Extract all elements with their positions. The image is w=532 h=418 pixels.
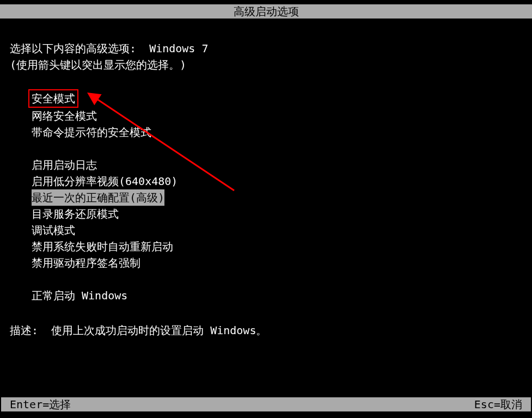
menu-item-disable-auto-restart[interactable]: 禁用系统失败时自动重新启动 <box>32 238 173 255</box>
footer-esc-hint: Esc=取消 <box>474 397 522 411</box>
footer-enter-hint: Enter=选择 <box>10 397 71 411</box>
intro-line-2: (使用箭头键以突出显示您的选择。) <box>10 57 522 73</box>
intro-prefix: 选择以下内容的高级选项: <box>10 42 149 55</box>
menu-item-low-res-video[interactable]: 启用低分辨率视频(640x480) <box>32 173 178 189</box>
menu-item-disable-driver-sig[interactable]: 禁用驱动程序签名强制 <box>32 255 140 271</box>
menu-spacer <box>32 140 522 157</box>
page-title: 高级启动选项 <box>234 5 299 18</box>
menu-item-boot-logging[interactable]: 启用启动日志 <box>32 157 97 173</box>
menu-item-ds-restore[interactable]: 目录服务还原模式 <box>32 206 119 222</box>
title-bar: 高级启动选项 <box>0 4 532 19</box>
menu-item-last-known-good[interactable]: 最近一次的正确配置(高级) <box>32 189 164 206</box>
description-line: 描述: 使用上次成功启动时的设置启动 Windows。 <box>0 323 532 338</box>
intro-line-1: 选择以下内容的高级选项: Windows 7 <box>10 40 522 57</box>
menu-item-start-normally[interactable]: 正常启动 Windows <box>32 287 127 304</box>
description-text: 使用上次成功启动时的设置启动 Windows。 <box>51 324 267 337</box>
boot-menu[interactable]: 安全模式 网络安全模式 带命令提示符的安全模式 启用启动日志 启用低分辨率视频(… <box>10 89 522 304</box>
content-area: 选择以下内容的高级选项: Windows 7 (使用箭头键以突出显示您的选择。)… <box>0 19 532 304</box>
description-label: 描述: <box>10 324 51 337</box>
menu-spacer <box>32 271 522 287</box>
footer-bar: Enter=选择 Esc=取消 <box>1 397 531 411</box>
os-name: Windows 7 <box>149 42 208 55</box>
menu-item-safe-mode-networking[interactable]: 网络安全模式 <box>32 108 97 124</box>
menu-item-debug-mode[interactable]: 调试模式 <box>32 222 75 238</box>
menu-item-safe-mode-cmd[interactable]: 带命令提示符的安全模式 <box>32 124 151 140</box>
menu-item-safe-mode[interactable]: 安全模式 <box>28 89 78 108</box>
